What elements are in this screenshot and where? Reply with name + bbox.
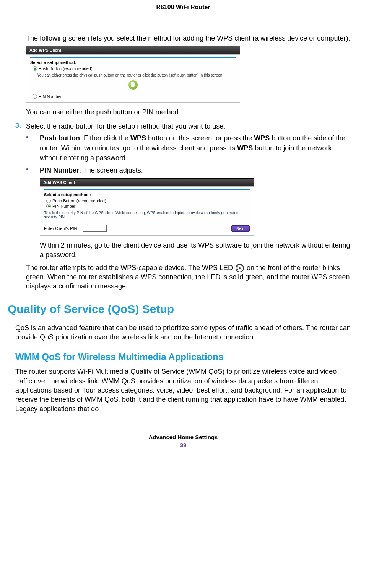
page-footer: Advanced Home Settings 39 (15, 429, 351, 448)
push-hint-text: You can either press the physical push b… (37, 73, 236, 77)
radio-pin-number[interactable]: PIN Number (33, 94, 236, 99)
step-number: 3. (15, 122, 26, 131)
divider (44, 222, 250, 222)
wmm-paragraph: The router supports Wi-Fi Multimedia Qua… (15, 367, 351, 413)
radio-pin-number[interactable]: PIN Number (46, 204, 250, 208)
step-text: Select the radio button for the setup me… (26, 122, 225, 131)
panel-title: Add WPS Client (40, 179, 254, 186)
radio-push-button[interactable]: Push Button (recommended) (33, 66, 236, 71)
step-3: 3. Select the radio button for the setup… (15, 122, 351, 131)
bullet-text: PIN Number. The screen adjusts. (40, 165, 143, 175)
divider (30, 57, 236, 58)
footer-rule (8, 429, 359, 429)
radio-label: Push Button (recommended) (52, 199, 106, 203)
screenshot-add-wps-push: Add WPS Client Select a setup method: Pu… (26, 46, 240, 103)
screenshot-add-wps-pin: Add WPS Client Select a setup method.: P… (40, 178, 254, 236)
pin-hint-text: This is the security PIN of the WPS clie… (44, 211, 250, 219)
radio-icon (46, 199, 51, 203)
radio-label: PIN Number (39, 94, 62, 99)
footer-page-number: 39 (15, 442, 351, 448)
after-pin-paragraph: Within 2 minutes, go to the client devic… (40, 241, 351, 259)
footer-section: Advanced Home Settings (15, 434, 351, 440)
next-button[interactable]: Next (231, 225, 250, 232)
closing-paragraph: The router attempts to add the WPS-capab… (26, 263, 351, 291)
bullet-push-button: • Push button. Either click the WPS butt… (26, 133, 351, 163)
panel-title: Add WPS Client (26, 46, 240, 54)
radio-icon-selected (46, 204, 51, 208)
bullet-icon: • (26, 133, 40, 163)
radio-label: Push Button (recommended) (39, 66, 93, 71)
radio-push-button[interactable]: Push Button (recommended) (46, 199, 250, 203)
qos-paragraph: QoS is an advanced feature that can be u… (15, 323, 351, 342)
wps-soft-button-icon[interactable] (128, 80, 138, 90)
radio-label: PIN Number (52, 204, 76, 208)
heading-wmm-qos: WMM QoS for Wireless Multimedia Applicat… (15, 352, 351, 362)
client-pin-input[interactable] (83, 225, 107, 232)
bullet-icon: • (26, 165, 40, 175)
intro-paragraph-2: You can use either the push button or PI… (26, 108, 351, 117)
setup-method-label: Select a setup method.: (44, 192, 250, 197)
setup-method-label: Select a setup method: (30, 60, 236, 65)
radio-icon (33, 94, 37, 99)
bullet-text: Push button. Either click the WPS button… (40, 133, 351, 163)
divider (44, 189, 250, 190)
heading-qos-setup: Quality of Service (QoS) Setup (8, 303, 351, 316)
intro-paragraph-1: The following screen lets you select the… (26, 34, 351, 43)
bullet-pin-number: • PIN Number. The screen adjusts. (26, 165, 351, 175)
page-header-title: R6100 WiFi Router (15, 4, 351, 11)
footer-rule (8, 430, 359, 430)
wps-led-icon (236, 264, 244, 272)
radio-icon-selected (33, 66, 37, 71)
enter-pin-label: Enter Client's PIN: (44, 226, 78, 231)
